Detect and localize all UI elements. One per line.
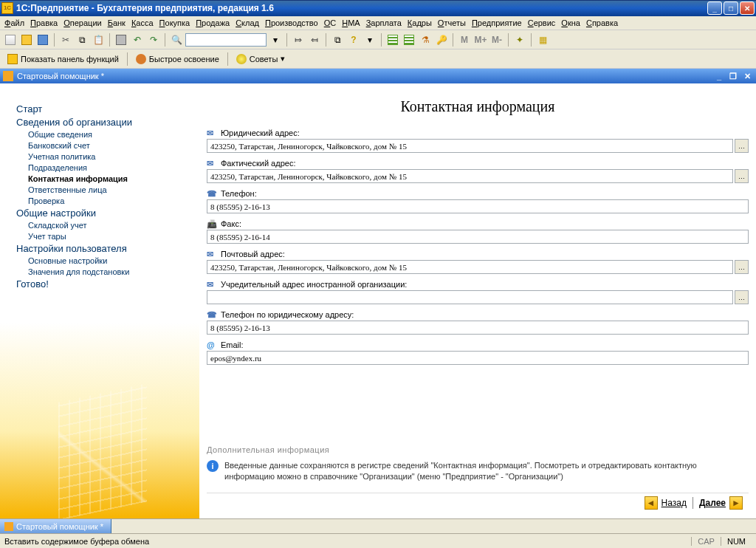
menu-производство[interactable]: Производство xyxy=(265,18,318,27)
util2-button[interactable]: 🔑 xyxy=(434,32,449,47)
separator xyxy=(127,52,128,66)
field-row-6: ☎Телефон по юридическому адресу: xyxy=(207,310,749,335)
lightbulb-icon xyxy=(236,54,247,64)
nav-item-14[interactable]: Значения для подстановки xyxy=(28,267,189,276)
quick-learn-button[interactable]: Быстрое освоение xyxy=(131,52,224,66)
field-row-4: ✉Почтовый адрес:… xyxy=(207,250,749,274)
new-doc-button[interactable] xyxy=(3,32,18,47)
field-label-6: ☎Телефон по юридическому адресу: xyxy=(207,310,749,319)
close-button[interactable]: ✕ xyxy=(740,1,755,15)
field-label-7: @Email: xyxy=(207,340,749,349)
show-functions-panel-button[interactable]: Показать панель функций xyxy=(3,52,123,66)
arrow-right-icon: ► xyxy=(729,496,743,510)
grid1-button[interactable] xyxy=(385,32,400,47)
separator xyxy=(693,497,693,509)
menu-справка[interactable]: Справка xyxy=(586,18,618,27)
copy-button[interactable]: ⧉ xyxy=(75,32,89,47)
nav-item-7[interactable]: Ответственные лица xyxy=(28,185,189,194)
field-input-2[interactable] xyxy=(207,199,749,213)
menu-сервис[interactable]: Сервис xyxy=(528,18,556,27)
field-ellipsis-button-0[interactable]: … xyxy=(735,139,749,153)
field-input-0[interactable] xyxy=(207,139,733,153)
dropdown-button[interactable]: ▾ xyxy=(268,32,283,47)
menu-отчеты[interactable]: Отчеты xyxy=(438,18,466,27)
address-icon: ✉ xyxy=(207,250,217,258)
maximize-button[interactable]: □ xyxy=(724,1,738,15)
field-input-7[interactable] xyxy=(207,351,749,365)
nav-item-5[interactable]: Подразделения xyxy=(28,163,189,172)
undo-button[interactable]: ↶ xyxy=(130,32,145,47)
m-plus-button[interactable]: M+ xyxy=(473,32,488,47)
find-prev-button[interactable]: ⤆ xyxy=(307,32,322,47)
subwindow-close-button[interactable]: ✕ xyxy=(741,71,753,81)
cut-button[interactable]: ✂ xyxy=(58,32,73,47)
menu-касса[interactable]: Касса xyxy=(131,18,154,27)
menu-окна[interactable]: Окна xyxy=(561,18,580,27)
field-input-4[interactable] xyxy=(207,260,733,274)
nav-item-13[interactable]: Основные настройки xyxy=(28,256,189,265)
field-input-1[interactable] xyxy=(207,169,733,183)
field-row-2: ☎Телефон: xyxy=(207,189,749,213)
find-button[interactable]: 🔍 xyxy=(169,32,184,47)
field-ellipsis-button-4[interactable]: … xyxy=(735,260,749,274)
email-icon: @ xyxy=(207,340,217,349)
search-input[interactable] xyxy=(185,33,267,47)
back-button[interactable]: ◄ Назад xyxy=(645,496,687,510)
open-button[interactable] xyxy=(19,32,34,47)
field-ellipsis-button-5[interactable]: … xyxy=(735,290,749,304)
subwindow-minimize-button[interactable]: _ xyxy=(713,71,725,81)
m-button[interactable]: M xyxy=(457,32,472,47)
nav-category-0[interactable]: Старт xyxy=(16,103,189,114)
menu-правка[interactable]: Правка xyxy=(30,18,58,27)
nav-category-1[interactable]: Сведения об организации xyxy=(16,117,189,128)
nav-item-10[interactable]: Складской учет xyxy=(28,221,189,230)
grid2-button[interactable] xyxy=(402,32,416,47)
nav-item-4[interactable]: Учетная политика xyxy=(28,152,189,161)
menu-склад[interactable]: Склад xyxy=(236,18,259,27)
print-button[interactable] xyxy=(114,32,128,47)
menu-нма[interactable]: НМА xyxy=(342,18,360,27)
status-hint-text: Вставить содержимое буфера обмена xyxy=(4,537,691,546)
nav-item-8[interactable]: Проверка xyxy=(28,196,189,205)
address-icon: ✉ xyxy=(207,129,217,137)
menu-зарплата[interactable]: Зарплата xyxy=(366,18,402,27)
field-input-6[interactable] xyxy=(207,321,749,335)
menu-операции[interactable]: Операции xyxy=(63,18,101,27)
next-button[interactable]: Далее ► xyxy=(699,496,743,510)
menu-банк[interactable]: Банк xyxy=(108,18,126,27)
minimize-button[interactable]: _ xyxy=(707,1,722,15)
menu-продажа[interactable]: Продажа xyxy=(196,18,230,27)
copy-special-button[interactable]: ⧉ xyxy=(330,32,345,47)
subwindow-restore-button[interactable]: ❐ xyxy=(727,71,739,81)
menu-файл[interactable]: Файл xyxy=(4,18,24,27)
separator xyxy=(54,33,55,47)
separator xyxy=(286,33,287,47)
paste-button[interactable]: 📋 xyxy=(91,32,106,47)
window-tab-wizard[interactable]: Стартовый помощник * xyxy=(0,519,111,533)
settings-button[interactable]: ✦ xyxy=(512,32,527,47)
nav-item-6[interactable]: Контактная информация xyxy=(28,174,189,183)
menu-покупка[interactable]: Покупка xyxy=(159,18,190,27)
find-next-button[interactable]: ⤇ xyxy=(291,32,306,47)
nav-category-15[interactable]: Готово! xyxy=(16,278,189,290)
field-input-3[interactable] xyxy=(207,230,749,244)
nav-item-2[interactable]: Общие сведения xyxy=(28,130,189,139)
field-input-5[interactable] xyxy=(207,290,733,304)
nav-item-3[interactable]: Банковский счет xyxy=(28,141,189,150)
save-button[interactable] xyxy=(35,32,50,47)
m-minus-button[interactable]: M- xyxy=(489,32,504,47)
field-ellipsis-button-1[interactable]: … xyxy=(735,169,749,183)
separator xyxy=(165,33,165,47)
tips-button[interactable]: Советы ▾ xyxy=(232,52,289,66)
redo-button[interactable]: ↷ xyxy=(146,32,161,47)
nav-category-9[interactable]: Общие настройки xyxy=(16,208,189,219)
config-button[interactable]: ▦ xyxy=(535,32,550,47)
nav-item-11[interactable]: Учет тары xyxy=(28,232,189,241)
util1-button[interactable]: ⚗ xyxy=(418,32,433,47)
menu-предприятие[interactable]: Предприятие xyxy=(472,18,522,27)
menu-кадры[interactable]: Кадры xyxy=(408,18,432,27)
nav-category-12[interactable]: Настройки пользователя xyxy=(16,243,189,254)
menu-ос[interactable]: ОС xyxy=(324,18,337,27)
help-button[interactable]: ? xyxy=(346,32,361,47)
dropdown2-button[interactable]: ▾ xyxy=(362,32,377,47)
